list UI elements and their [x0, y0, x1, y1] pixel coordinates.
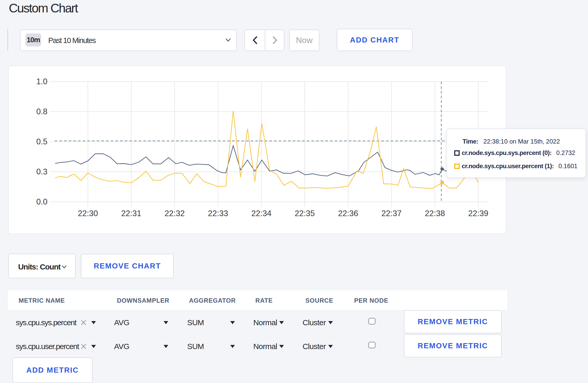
svg-text:22:39: 22:39 [468, 209, 488, 218]
svg-text:22:35: 22:35 [295, 209, 315, 218]
svg-text:22:37: 22:37 [381, 209, 402, 218]
svg-text:1.0: 1.0 [36, 77, 47, 86]
svg-text:0.3: 0.3 [36, 167, 47, 176]
svg-text:22:32: 22:32 [165, 209, 185, 218]
svg-text:0.8: 0.8 [36, 107, 47, 116]
svg-text:22:31: 22:31 [121, 209, 142, 218]
svg-text:0.5: 0.5 [36, 137, 47, 146]
svg-text:22:38: 22:38 [425, 209, 445, 218]
svg-text:0.0: 0.0 [36, 197, 47, 206]
svg-text:22:36: 22:36 [338, 209, 358, 218]
svg-text:22:34: 22:34 [251, 209, 271, 218]
svg-text:22:30: 22:30 [78, 209, 98, 218]
svg-text:22:33: 22:33 [208, 209, 228, 218]
